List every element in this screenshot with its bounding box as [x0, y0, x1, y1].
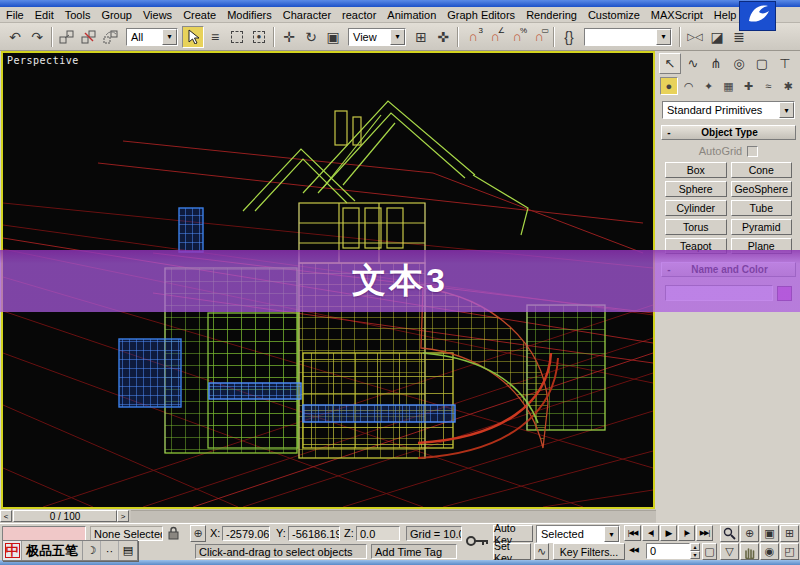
reference-coord-dropdown[interactable]: View ▾ — [348, 28, 406, 46]
sphere-button[interactable]: Sphere — [665, 181, 727, 197]
menu-file[interactable]: File — [6, 9, 24, 21]
zoom-extents-all-icon[interactable]: ⊞ — [780, 525, 799, 542]
tab-modify-icon[interactable]: ∿ — [682, 53, 704, 74]
spinner-snap-icon[interactable]: ∩▭ — [528, 26, 550, 48]
key-filters-button[interactable]: Key Filters... — [553, 543, 625, 560]
link-icon[interactable] — [56, 26, 78, 48]
select-scale-icon[interactable]: ▣ — [322, 26, 344, 48]
time-slider-groove[interactable] — [131, 510, 656, 522]
next-frame-button[interactable]: |▶ — [678, 525, 695, 541]
tab-display-icon[interactable]: ▢ — [751, 53, 773, 74]
zoom-all-icon[interactable]: ⊕ — [740, 525, 759, 542]
go-to-start-button[interactable]: |◀◀ — [624, 525, 641, 541]
menu-animation[interactable]: Animation — [387, 9, 436, 21]
frame-spinner[interactable]: ▴ ▾ — [690, 543, 700, 559]
object-type-header[interactable]: - Object Type — [661, 125, 796, 140]
viewport-label[interactable]: Perspective — [7, 55, 79, 66]
minmax-toggle-icon[interactable]: ◰ — [780, 543, 799, 560]
select-move-icon[interactable]: ✛ — [278, 26, 300, 48]
menu-group[interactable]: Group — [101, 9, 132, 21]
selection-filter-dropdown[interactable]: All ▾ — [126, 28, 178, 46]
select-object-button[interactable] — [182, 26, 204, 48]
tab-utilities-icon[interactable]: ⊤ — [774, 53, 796, 74]
maxscript-mini-listener[interactable] — [2, 526, 86, 541]
geosphere-button[interactable]: GeoSphere — [731, 181, 793, 197]
z-coordinate-field[interactable]: 0.0 — [356, 526, 400, 541]
crossing-selection-icon[interactable]: ● — [248, 26, 270, 48]
cylinder-button[interactable]: Cylinder — [665, 200, 727, 216]
unlink-icon[interactable] — [78, 26, 100, 48]
menu-graph-editors[interactable]: Graph Editors — [447, 9, 515, 21]
category-lights-icon[interactable]: ✦ — [700, 77, 718, 95]
field-of-view-icon[interactable]: ▽ — [720, 543, 739, 560]
time-config-icon[interactable]: ▢ — [702, 543, 717, 560]
current-frame-field[interactable]: 0 — [646, 543, 690, 559]
add-time-tag[interactable]: Add Time Tag — [371, 544, 457, 559]
category-cameras-icon[interactable]: ▦ — [720, 77, 738, 95]
rect-selection-region-icon[interactable] — [226, 26, 248, 48]
category-geometry-icon[interactable]: ● — [660, 77, 678, 95]
curve-toggle-icon[interactable]: ∿ — [534, 543, 549, 560]
menu-character[interactable]: Character — [283, 9, 331, 21]
cone-button[interactable]: Cone — [731, 162, 793, 178]
y-coordinate-field[interactable]: -56186.195 — [288, 526, 340, 541]
named-selection-dropdown[interactable]: ▾ — [584, 28, 672, 46]
category-spacewarps-icon[interactable]: ≈ — [759, 77, 777, 95]
select-manipulate-icon[interactable]: ✜ — [432, 26, 454, 48]
kbd-override-icon[interactable]: {} — [558, 26, 580, 48]
set-keys-key-icon[interactable] — [464, 526, 490, 558]
box-button[interactable]: Box — [665, 162, 727, 178]
autogrid-checkbox[interactable] — [747, 146, 758, 157]
tab-motion-icon[interactable]: ◎ — [728, 53, 750, 74]
angle-snap-icon[interactable]: ∩∠ — [484, 26, 506, 48]
ime-name[interactable]: 极品五笔 — [22, 541, 83, 560]
tab-create-icon[interactable]: ↖ — [659, 53, 681, 74]
window-titlebar[interactable] — [0, 0, 800, 7]
time-slider-handle[interactable]: 0 / 100 — [13, 510, 117, 522]
align-icon[interactable]: ◪ — [706, 26, 728, 48]
go-to-end-button[interactable]: ▶▶| — [696, 525, 713, 541]
pan-hand-icon[interactable] — [740, 543, 759, 560]
previous-frame-button[interactable]: ◀| — [642, 525, 659, 541]
mirror-icon[interactable]: ▷◁ — [684, 26, 706, 48]
play-button[interactable]: ▶ — [660, 525, 677, 541]
category-shapes-icon[interactable]: ◠ — [680, 77, 698, 95]
floating-app-badge[interactable] — [739, 1, 776, 31]
set-key-button[interactable]: Set Key — [493, 543, 531, 560]
select-by-name-icon[interactable]: ≡ — [204, 26, 226, 48]
selection-lock-icon[interactable] — [167, 526, 180, 542]
menu-maxscript[interactable]: MAXScript — [651, 9, 703, 21]
menu-reactor[interactable]: reactor — [342, 9, 376, 21]
tube-button[interactable]: Tube — [731, 200, 793, 216]
spinner-down-icon[interactable]: ▾ — [690, 551, 700, 559]
menu-create[interactable]: Create — [183, 9, 216, 21]
percent-snap-icon[interactable]: ∩% — [506, 26, 528, 48]
snap-toggle-icon[interactable]: ∩3 — [462, 26, 484, 48]
menu-edit[interactable]: Edit — [35, 9, 54, 21]
menu-help[interactable]: Help — [714, 9, 737, 21]
primitive-type-dropdown[interactable]: Standard Primitives ▾ — [662, 101, 795, 119]
menu-customize[interactable]: Customize — [588, 9, 640, 21]
frame-forward-button[interactable]: > — [117, 510, 129, 522]
ime-punctuation-icon[interactable]: ·· — [101, 541, 119, 560]
redo-icon[interactable]: ↷ — [26, 26, 48, 48]
pyramid-button[interactable]: Pyramid — [731, 219, 793, 235]
use-center-icon[interactable]: ⊞ — [410, 26, 432, 48]
x-coordinate-field[interactable]: -2579.063 — [222, 526, 270, 541]
torus-button[interactable]: Torus — [665, 219, 727, 235]
ime-logo-icon[interactable]: 中 — [3, 541, 22, 560]
category-systems-icon[interactable]: ✱ — [779, 77, 797, 95]
menu-modifiers[interactable]: Modifiers — [227, 9, 272, 21]
selected-filter-dropdown[interactable]: Selected ▾ — [536, 525, 620, 543]
absolute-mode-toggle-icon[interactable]: ⊕ — [190, 525, 206, 542]
ime-softkeyboard-icon[interactable]: ▤ — [119, 541, 137, 560]
arc-rotate-icon[interactable]: ◉ — [760, 543, 779, 560]
zoom-icon[interactable] — [720, 525, 739, 542]
menu-tools[interactable]: Tools — [65, 9, 91, 21]
menu-rendering[interactable]: Rendering — [526, 9, 577, 21]
select-rotate-icon[interactable]: ↻ — [300, 26, 322, 48]
category-helpers-icon[interactable]: ✚ — [739, 77, 757, 95]
spinner-up-icon[interactable]: ▴ — [690, 543, 700, 551]
menu-views[interactable]: Views — [143, 9, 172, 21]
zoom-extents-icon[interactable]: ▣ — [760, 525, 779, 542]
